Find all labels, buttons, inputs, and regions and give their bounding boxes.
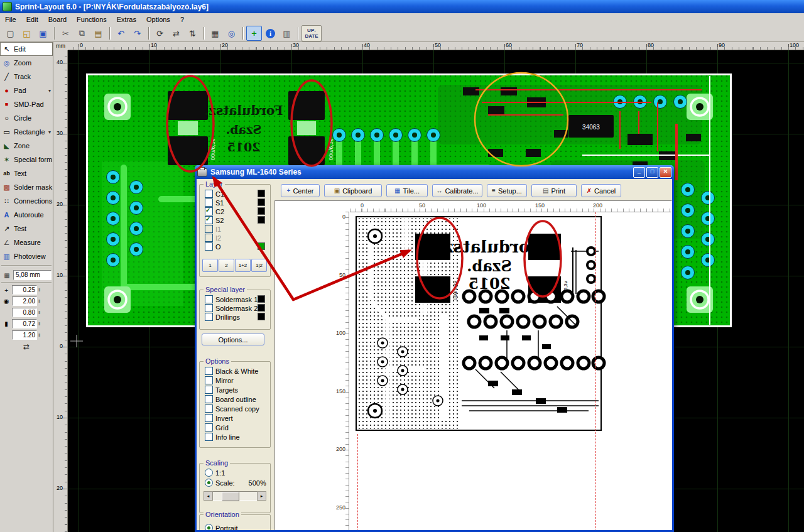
setup-button[interactable]: ≡Setup... <box>487 184 527 197</box>
close-icon[interactable]: ✕ <box>660 167 671 178</box>
tool-text[interactable]: abText <box>0 166 53 180</box>
slider-right-arrow-icon[interactable] <box>257 491 266 501</box>
update-button[interactable]: UP- DATE <box>302 25 322 41</box>
save-icon[interactable]: ▣ <box>35 26 51 41</box>
tool-smd-pad[interactable]: ■SMD-Pad <box>0 97 53 111</box>
track-width-field[interactable]: 0.25 <box>12 285 37 295</box>
cut-icon[interactable]: ✂ <box>58 26 73 41</box>
layer-s1-checkbox[interactable]: S1 <box>205 198 224 207</box>
tool-measure[interactable]: ∠Measure <box>0 236 53 249</box>
open-folder-icon[interactable]: ◱ <box>19 26 35 41</box>
layer-s2-checkbox[interactable]: S2 <box>205 216 224 224</box>
macro-icon[interactable]: ▥ <box>279 26 295 41</box>
layer-color-swatch[interactable] <box>258 216 265 224</box>
calibrate-button[interactable]: ↔Calibrate... <box>432 184 482 197</box>
special-color-swatch[interactable] <box>258 313 265 320</box>
window-titlebar[interactable]: Sprint-Layout 6.0 - [P:\NYÁK\Fordulatsza… <box>0 0 804 13</box>
tool-photoview[interactable]: ▥Photoview <box>0 249 53 263</box>
mirror-checkbox[interactable]: Mirror <box>205 376 234 384</box>
layer-color-swatch[interactable] <box>258 207 265 215</box>
layer-color-swatch[interactable] <box>258 242 265 250</box>
print-button[interactable]: ▤Print <box>531 184 577 197</box>
portrait-radio[interactable]: Portrait <box>205 524 237 530</box>
targets-checkbox[interactable]: Targets <box>205 386 238 394</box>
tool-circle[interactable]: ○Circle <box>0 111 53 125</box>
scale-slider[interactable] <box>204 491 266 501</box>
scaling-group-title: Scaling <box>204 459 230 467</box>
invert-checkbox[interactable]: Invert <box>205 414 233 422</box>
grid-icon[interactable]: ▦ <box>207 26 223 41</box>
tool-track[interactable]: ╱Track <box>0 70 53 84</box>
smd-width-field[interactable]: 0.72 <box>12 319 37 328</box>
layer-c1-checkbox[interactable]: C1 <box>205 190 224 198</box>
layer-color-swatch[interactable] <box>258 198 265 206</box>
mirror-horizontal-icon[interactable]: ⇄ <box>168 26 184 41</box>
swap-values-icon[interactable]: ⇄ <box>0 342 53 351</box>
tool-rectangle[interactable]: ▭Rectangle <box>0 125 53 139</box>
tool-connections[interactable]: ∷Connections <box>0 194 53 208</box>
slider-thumb[interactable] <box>222 492 239 501</box>
grid-checkbox[interactable]: Grid <box>205 423 229 432</box>
clipboard-button[interactable]: ▣Clipboard <box>324 184 382 197</box>
preview-text-line2: Szab. <box>467 257 512 275</box>
cancel-button[interactable]: ✗Cancel <box>581 184 621 197</box>
print-dialog[interactable]: Samsung ML-1640 Series _ □ ✕ +Center ▣Cl… <box>195 165 674 532</box>
scale-radio[interactable]: Scale:500% <box>205 479 266 487</box>
grid-setting[interactable]: ▦ 5,08 mm <box>0 270 53 280</box>
menu-edit[interactable]: Edit <box>21 14 43 24</box>
tool-special-form[interactable]: ✶Special form <box>0 153 53 166</box>
soldermask1-checkbox[interactable]: Soldermask 1 <box>205 295 258 303</box>
copy-icon[interactable]: ⧉ <box>74 26 90 41</box>
drillings-checkbox[interactable]: Drillings <box>205 313 240 321</box>
pad-outer-field[interactable]: 2.00 <box>12 296 37 306</box>
tool-solder-mask[interactable]: ▩Solder mask <box>0 180 53 194</box>
tool-zoom[interactable]: ◎Zoom <box>0 56 53 70</box>
ratio-radio[interactable]: 1:1 <box>205 469 225 477</box>
menu-file[interactable]: File <box>0 14 21 24</box>
arrange-two-button[interactable]: 2 <box>219 259 234 272</box>
tool-edit[interactable]: ↖Edit <box>0 42 53 56</box>
black-white-checkbox[interactable]: Black & White <box>205 367 258 375</box>
layer-c2-checkbox[interactable]: C2 <box>205 207 224 215</box>
print-dialog-titlebar[interactable]: Samsung ML-1640 Series _ □ ✕ <box>195 165 674 179</box>
tool-test[interactable]: ↗Test <box>0 222 53 236</box>
maximize-icon[interactable]: □ <box>646 167 658 178</box>
preview-ruler-label: 200 <box>335 446 345 452</box>
arrange-side-button[interactable]: 1|2 <box>251 259 267 272</box>
board-outline-checkbox[interactable]: Board outline <box>205 395 256 403</box>
smd-height-field[interactable]: 1.20 <box>12 330 37 340</box>
rotate-icon[interactable]: ⟳ <box>152 26 168 41</box>
menu-options[interactable]: Options <box>141 14 175 24</box>
info-icon[interactable]: i <box>263 26 278 41</box>
center-button[interactable]: +Center <box>281 184 320 197</box>
snap-crosshair-icon[interactable]: ＋ <box>246 26 262 41</box>
info-line-checkbox[interactable]: Info line <box>205 433 240 441</box>
layer-o-checkbox[interactable]: O <box>205 242 221 251</box>
menu-board[interactable]: Board <box>43 14 72 24</box>
arrange-single-button[interactable]: 1 <box>202 259 218 272</box>
layer-color-swatch[interactable] <box>258 190 265 197</box>
soldermask2-checkbox[interactable]: Soldermask 2 <box>205 304 258 312</box>
new-file-icon[interactable]: ▢ <box>3 26 18 41</box>
scanned-copy-checkbox[interactable]: Scanned copy <box>205 404 259 413</box>
mirror-vertical-icon[interactable]: ⇅ <box>185 26 200 41</box>
zoom-icon[interactable]: ◎ <box>224 26 239 41</box>
tile-button[interactable]: ▦Tile... <box>386 184 428 197</box>
paste-icon[interactable]: ▤ <box>90 26 106 41</box>
menu-extras[interactable]: Extras <box>112 14 141 24</box>
tool-pad[interactable]: ●Pad <box>0 84 53 97</box>
slider-track[interactable] <box>213 491 257 501</box>
special-color-swatch[interactable] <box>258 295 265 303</box>
tool-autoroute[interactable]: AAutoroute <box>0 208 53 222</box>
special-color-swatch[interactable] <box>258 304 265 312</box>
tool-zone[interactable]: ◣Zone <box>0 139 53 153</box>
undo-icon[interactable]: ↶ <box>113 26 129 41</box>
pad-drill-field[interactable]: 0.80 <box>12 308 37 317</box>
menu-help[interactable]: ? <box>175 14 189 24</box>
options-button[interactable]: Options... <box>202 334 264 345</box>
redo-icon[interactable]: ↷ <box>129 26 145 41</box>
slider-left-arrow-icon[interactable] <box>204 491 213 501</box>
arrange-stack-button[interactable]: 1+2 <box>235 259 251 272</box>
minimize-icon[interactable]: _ <box>633 167 645 178</box>
menu-functions[interactable]: Functions <box>72 14 112 24</box>
